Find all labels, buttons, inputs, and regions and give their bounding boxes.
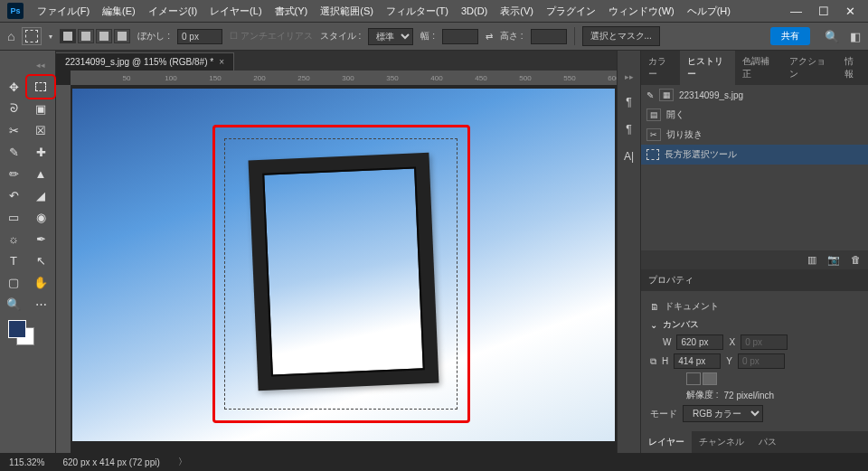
snapshot-icon[interactable]: 📷 [827,254,840,266]
window-maximize-icon[interactable]: ☐ [818,5,829,18]
history-step[interactable]: ▤開く [641,105,868,125]
portrait-icon[interactable] [686,372,701,385]
w-label: W [663,337,671,347]
shape-tool-icon[interactable]: ▢ [0,271,27,293]
character-panel-icon[interactable]: A| [624,150,634,163]
window-minimize-icon[interactable]: — [790,5,802,18]
menu-view[interactable]: 表示(V) [494,5,540,18]
window-close-icon[interactable]: ✕ [845,5,855,18]
type-tool-icon[interactable]: T [0,250,27,271]
crop-tool-icon[interactable]: ✂ [0,119,27,141]
history-step[interactable]: 長方形選択ツール [641,145,868,165]
tab-paths[interactable]: パス [751,431,784,453]
workspace-icon[interactable]: ◧ [850,30,861,43]
document-tabs: 22314099_s.jpg @ 115% (RGB/8#) * × [56,51,617,71]
stamp-tool-icon[interactable]: ▲ [27,163,54,184]
edit-toolbar-icon[interactable]: ⋯ [27,293,54,315]
menu-file[interactable]: ファイル(F) [31,5,96,18]
document-tab[interactable]: 22314099_s.jpg @ 115% (RGB/8#) * × [56,52,234,71]
menu-filter[interactable]: フィルター(T) [380,5,455,18]
selection-new-icon[interactable] [60,29,76,43]
eraser-tool-icon[interactable]: ◢ [27,184,54,206]
orientation-group [686,372,717,385]
panel-collapse-icon[interactable]: ▸▸ [625,72,634,81]
brush-icon: ✎ [646,90,654,100]
menu-plugin[interactable]: プラグイン [540,5,602,18]
color-mode-select[interactable]: RGB カラー [683,405,763,422]
height-label: 高さ : [500,30,524,42]
link-icon[interactable]: ⧉ [650,356,656,367]
menu-3d[interactable]: 3D(D) [455,5,494,16]
gradient-tool-icon[interactable]: ▭ [0,206,27,228]
close-tab-icon[interactable]: × [219,57,224,67]
menu-layer[interactable]: レイヤー(L) [203,5,268,18]
rectangular-marquee-tool-icon[interactable] [27,76,54,98]
menu-image[interactable]: イメージ(I) [142,5,203,18]
tab-color[interactable]: カラー [641,51,680,85]
tab-layers[interactable]: レイヤー [641,431,692,453]
share-button[interactable]: 共有 [770,27,810,45]
eyedropper-tool-icon[interactable]: ✎ [0,141,27,163]
tab-actions[interactable]: アクション [782,51,837,85]
panel-gutter: ▸▸ ¶ ¶ A| [617,51,640,453]
history-step[interactable]: ✂切り抜き [641,125,868,145]
y-label: Y [726,356,732,366]
marquee-icon [646,149,659,160]
trash-icon[interactable]: 🗑 [851,254,861,266]
tab-history[interactable]: ヒストリー [680,51,735,85]
zoom-level[interactable]: 115.32% [9,457,44,467]
resolution-value: 72 pixel/inch [724,391,775,400]
menu-select[interactable]: 選択範囲(S) [314,5,380,18]
tab-adjust[interactable]: 色調補正 [735,51,782,85]
move-tool-icon[interactable]: ✥ [0,76,27,98]
select-and-mask-button[interactable]: 選択とマスク... [582,26,660,46]
properties-panel-header: プロパティ [641,269,868,291]
bottom-panel-tabs: レイヤー チャンネル パス [641,431,868,453]
selection-intersect-icon[interactable] [114,29,130,43]
document-tab-title: 22314099_s.jpg @ 115% (RGB/8#) * [65,57,213,67]
pen-tool-icon[interactable]: ✒ [27,228,54,250]
blur-tool-icon[interactable]: ◉ [27,206,54,228]
selection-subtract-icon[interactable] [96,29,112,43]
canvas-height-input[interactable] [674,353,721,369]
history-brush-tool-icon[interactable]: ↶ [0,184,27,206]
brush-tool-icon[interactable]: ✏ [0,163,27,184]
lasso-tool-icon[interactable]: ᘐ [0,98,27,119]
menu-bar: Ps ファイル(F) 編集(E) イメージ(I) レイヤー(L) 書式(Y) 選… [0,0,868,22]
hand-tool-icon[interactable]: ✋ [27,271,54,293]
document-icon: 🗎 [650,302,659,312]
object-select-tool-icon[interactable]: ▣ [27,98,54,119]
width-input [442,29,478,44]
heal-tool-icon[interactable]: ✚ [27,141,54,163]
home-icon[interactable]: ⌂ [7,29,14,43]
frame-tool-icon[interactable]: ☒ [27,119,54,141]
menu-edit[interactable]: 編集(E) [96,5,142,18]
feather-input[interactable] [177,29,222,44]
antialias-checkbox: ☐ アンチエイリアス [230,30,313,42]
picture-frame-object [249,152,439,390]
current-tool-icon[interactable] [22,27,42,45]
search-icon[interactable]: 🔍 [825,30,839,43]
new-doc-from-state-icon[interactable]: ▥ [807,254,816,266]
color-swatch[interactable] [5,320,50,349]
menu-type[interactable]: 書式(Y) [269,5,315,18]
selection-add-icon[interactable] [78,29,94,43]
swap-icon[interactable]: ⇄ [486,32,493,42]
canvas-width-input[interactable] [676,334,723,350]
history-snapshot[interactable]: ✎▦22314099_s.jpg [641,85,868,105]
paragraph-panel-icon[interactable]: ¶ [626,123,631,136]
thumbnail-icon: ▦ [659,89,674,101]
dodge-tool-icon[interactable]: ☼ [0,228,27,250]
landscape-icon[interactable] [703,372,717,385]
zoom-tool-icon[interactable]: 🔍 [0,293,27,315]
text-panel-icon[interactable]: ¶ [626,96,631,108]
tab-channels[interactable]: チャンネル [692,431,751,453]
menu-window[interactable]: ウィンドウ(W) [602,5,681,18]
style-select[interactable]: 標準 [368,28,413,45]
path-select-tool-icon[interactable]: ↖ [27,250,54,271]
menu-help[interactable]: ヘルプ(H) [681,5,737,18]
tab-info[interactable]: 情報 [837,51,868,85]
caret-down-icon[interactable]: ⌄ [650,320,657,330]
canvas[interactable] [71,85,617,453]
status-caret-icon[interactable]: 〉 [178,456,187,468]
